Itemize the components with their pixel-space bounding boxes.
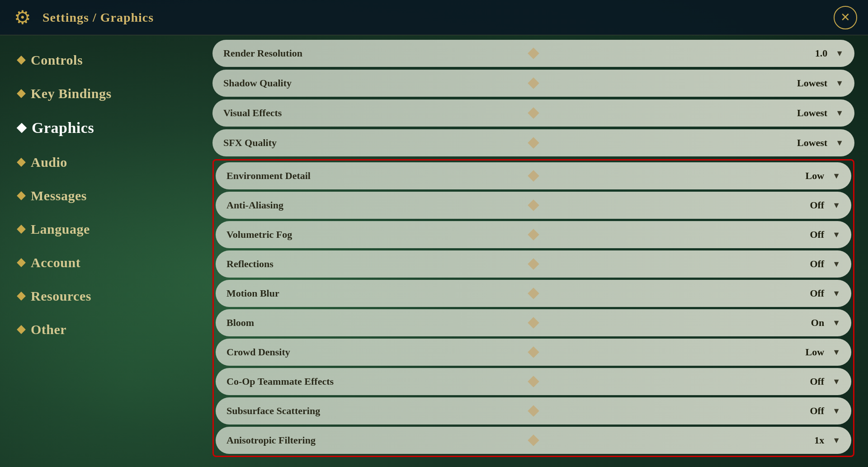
- setting-value: Low: [806, 346, 825, 358]
- dropdown-arrow-icon[interactable]: ▼: [835, 138, 844, 148]
- sidebar-item-resources[interactable]: Resources: [0, 280, 208, 312]
- sidebar-item-account[interactable]: Account: [0, 247, 208, 278]
- setting-row[interactable]: Crowd Density Low ▼: [216, 339, 851, 366]
- setting-value: Lowest: [797, 77, 827, 89]
- sidebar-item-other[interactable]: Other: [0, 314, 208, 345]
- setting-row[interactable]: Co-Op Teammate Effects Off ▼: [216, 368, 851, 395]
- setting-value: Off: [810, 199, 824, 211]
- setting-value: Off: [810, 229, 824, 241]
- sidebar-item-language[interactable]: Language: [0, 213, 208, 245]
- setting-label: Co-Op Teammate Effects: [226, 376, 810, 387]
- setting-value: Off: [810, 258, 824, 270]
- sidebar-item-label: Language: [31, 222, 90, 237]
- setting-value: Off: [810, 405, 824, 417]
- close-icon: ✕: [840, 10, 850, 24]
- setting-value: Low: [806, 170, 825, 182]
- setting-row[interactable]: Environment Detail Low ▼: [216, 162, 851, 189]
- diamond-icon: [17, 292, 26, 301]
- sidebar-item-label: Key Bindings: [31, 86, 112, 101]
- sidebar-item-label: Audio: [31, 155, 67, 170]
- highlighted-settings-list: Environment Detail Low ▼ Anti-Aliasing O…: [216, 162, 851, 454]
- diamond-icon: [17, 191, 26, 200]
- setting-label: Visual Effects: [223, 107, 797, 119]
- diamond-icon: [17, 325, 26, 334]
- setting-value: Lowest: [797, 107, 827, 119]
- dropdown-arrow-icon[interactable]: ▼: [832, 348, 840, 357]
- dropdown-arrow-icon[interactable]: ▼: [835, 49, 844, 58]
- setting-label: Volumetric Fog: [226, 229, 810, 241]
- setting-row[interactable]: Bloom On ▼: [216, 309, 851, 336]
- sidebar-item-label: Messages: [31, 188, 87, 203]
- setting-row[interactable]: Subsurface Scattering Off ▼: [216, 397, 851, 425]
- top-settings-list: Render Resolution 1.0 ▼ Shadow Quality L…: [212, 40, 854, 156]
- setting-row[interactable]: Anisotropic Filtering 1x ▼: [216, 427, 851, 454]
- dropdown-arrow-icon[interactable]: ▼: [832, 377, 840, 387]
- setting-row[interactable]: Shadow Quality Lowest ▼: [212, 70, 854, 97]
- setting-value: Off: [810, 376, 824, 387]
- diamond-icon: [17, 225, 26, 234]
- diamond-icon: [17, 56, 26, 65]
- sidebar-item-label: Resources: [31, 288, 91, 304]
- setting-label: Anti-Aliasing: [226, 199, 810, 211]
- setting-row[interactable]: Reflections Off ▼: [216, 250, 851, 278]
- setting-label: Anisotropic Filtering: [226, 434, 814, 446]
- dropdown-arrow-icon[interactable]: ▼: [832, 406, 840, 416]
- sidebar: Controls Key Bindings Graphics Audio Mes…: [0, 35, 208, 467]
- setting-row[interactable]: Volumetric Fog Off ▼: [216, 221, 851, 248]
- sidebar-item-messages[interactable]: Messages: [0, 180, 208, 212]
- sidebar-item-label: Account: [31, 255, 80, 270]
- main-layout: Controls Key Bindings Graphics Audio Mes…: [0, 35, 868, 467]
- setting-label: Motion Blur: [226, 288, 810, 299]
- diamond-icon: [17, 158, 26, 167]
- dropdown-arrow-icon[interactable]: ▼: [832, 436, 840, 445]
- diamond-icon: [17, 258, 26, 267]
- setting-label: Render Resolution: [223, 47, 815, 59]
- setting-label: SFX Quality: [223, 137, 797, 149]
- setting-label: Shadow Quality: [223, 77, 797, 89]
- setting-label: Environment Detail: [226, 170, 806, 182]
- setting-row[interactable]: Render Resolution 1.0 ▼: [212, 40, 854, 67]
- sidebar-item-label: Graphics: [32, 119, 94, 137]
- setting-value: 1.0: [815, 47, 828, 59]
- setting-row[interactable]: Motion Blur Off ▼: [216, 280, 851, 307]
- dropdown-arrow-icon[interactable]: ▼: [835, 79, 844, 88]
- settings-content: Render Resolution 1.0 ▼ Shadow Quality L…: [208, 35, 868, 467]
- dropdown-arrow-icon[interactable]: ▼: [832, 230, 840, 240]
- setting-row[interactable]: SFX Quality Lowest ▼: [212, 129, 854, 156]
- setting-value: Lowest: [797, 137, 827, 149]
- dropdown-arrow-icon[interactable]: ▼: [832, 171, 840, 181]
- close-button[interactable]: ✕: [834, 6, 857, 29]
- settings-gear-icon: ⚙: [11, 6, 34, 29]
- dropdown-arrow-icon[interactable]: ▼: [832, 201, 840, 210]
- sidebar-item-graphics[interactable]: Graphics: [0, 111, 208, 145]
- sidebar-item-controls[interactable]: Controls: [0, 44, 208, 76]
- dropdown-arrow-icon[interactable]: ▼: [832, 289, 840, 298]
- sidebar-item-audio[interactable]: Audio: [0, 146, 208, 178]
- diamond-icon: [17, 89, 26, 98]
- setting-value: 1x: [814, 434, 824, 446]
- dropdown-arrow-icon[interactable]: ▼: [832, 318, 840, 328]
- setting-label: Crowd Density: [226, 346, 806, 358]
- setting-row[interactable]: Anti-Aliasing Off ▼: [216, 192, 851, 219]
- setting-label: Bloom: [226, 317, 811, 329]
- dropdown-arrow-icon[interactable]: ▼: [835, 108, 844, 118]
- sidebar-item-label: Controls: [31, 52, 83, 68]
- setting-value: Off: [810, 288, 824, 299]
- highlighted-settings-section: Environment Detail Low ▼ Anti-Aliasing O…: [212, 159, 854, 457]
- sidebar-item-label: Other: [31, 322, 66, 337]
- setting-value: On: [811, 317, 824, 329]
- sidebar-item-key-bindings[interactable]: Key Bindings: [0, 78, 208, 109]
- setting-row[interactable]: Visual Effects Lowest ▼: [212, 99, 854, 127]
- setting-label: Subsurface Scattering: [226, 405, 810, 417]
- setting-label: Reflections: [226, 258, 810, 270]
- dropdown-arrow-icon[interactable]: ▼: [832, 259, 840, 269]
- page-title: Settings / Graphics: [42, 10, 154, 25]
- diamond-icon: [17, 123, 27, 133]
- header: ⚙ Settings / Graphics ✕: [0, 0, 868, 35]
